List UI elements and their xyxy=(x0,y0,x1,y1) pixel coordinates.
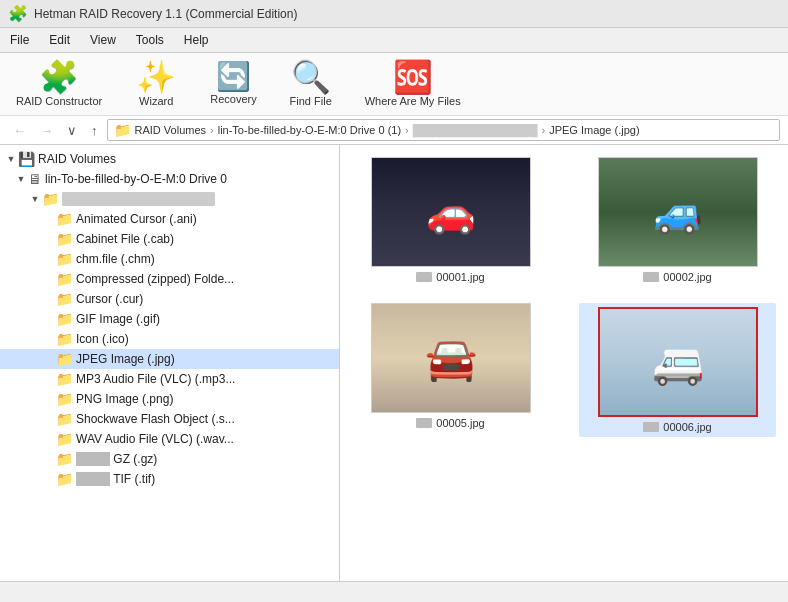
recovery-label: Recovery xyxy=(210,93,256,105)
raid-constructor-button[interactable]: 🧩 RAID Constructor xyxy=(8,57,110,111)
thumbnail-label-row-5: 00005.jpg xyxy=(416,417,484,429)
menu-view[interactable]: View xyxy=(80,30,126,50)
thumbnail-filename-6: 00006.jpg xyxy=(663,421,711,433)
thumbnail-label-row-2: 00002.jpg xyxy=(643,271,711,283)
thumbnail-grid: 00001.jpg 00002.jpg xyxy=(352,157,776,437)
tree-label: Shockwave Flash Object (.s... xyxy=(76,412,235,426)
tree-item-chm-file[interactable]: 📁 chm.file (.chm) xyxy=(0,249,339,269)
tree-item-tif[interactable]: 📁 ████ TIF (.tif) xyxy=(0,469,339,489)
tree-label: Icon (.ico) xyxy=(76,332,129,346)
tree-label: Cabinet File (.cab) xyxy=(76,232,174,246)
thumbnail-item-6[interactable]: 00006.jpg xyxy=(579,303,776,437)
nav-up-button[interactable]: ↑ xyxy=(86,121,103,140)
tree-item-mp3-audio[interactable]: 📁 MP3 Audio File (VLC) (.mp3... xyxy=(0,369,339,389)
menubar: File Edit View Tools Help xyxy=(0,28,788,53)
menu-help[interactable]: Help xyxy=(174,30,219,50)
nav-dropdown-button[interactable]: ∨ xyxy=(62,121,82,140)
nav-forward-button[interactable]: → xyxy=(35,121,58,140)
raid-constructor-label: RAID Constructor xyxy=(16,95,102,107)
folder-icon: 📁 xyxy=(56,231,73,247)
folder-icon: 📁 xyxy=(56,311,73,327)
tree-label: GIF Image (.gif) xyxy=(76,312,160,326)
path-segment-2: lin-To-be-filled-by-O-E-M:0 Drive 0 (1) xyxy=(218,124,401,136)
nav-back-button[interactable]: ← xyxy=(8,121,31,140)
thumbnail-item-2[interactable]: 00002.jpg xyxy=(579,157,776,283)
file-icon-5 xyxy=(416,418,432,428)
tree-item-compressed-zipped[interactable]: 📁 Compressed (zipped) Folde... xyxy=(0,269,339,289)
where-are-my-files-button[interactable]: 🆘 Where Are My Files xyxy=(357,57,469,111)
folder-icon: 📁 xyxy=(56,211,73,227)
find-file-label: Find File xyxy=(290,95,332,107)
title-text: Hetman RAID Recovery 1.1 (Commercial Edi… xyxy=(34,7,297,21)
folder-icon: 📁 xyxy=(42,191,59,207)
folder-icon: 📁 xyxy=(56,331,73,347)
find-file-button[interactable]: 🔍 Find File xyxy=(281,57,341,111)
thumbnail-label-row-6: 00006.jpg xyxy=(643,421,711,433)
thumbnail-filename-1: 00001.jpg xyxy=(436,271,484,283)
tree-item-png-image[interactable]: 📁 PNG Image (.png) xyxy=(0,389,339,409)
folder-icon: 📁 xyxy=(56,431,73,447)
tree-item-gif-image[interactable]: 📁 GIF Image (.gif) xyxy=(0,309,339,329)
file-icon-1 xyxy=(416,272,432,282)
path-segment-4: JPEG Image (.jpg) xyxy=(549,124,639,136)
tree-item-jpeg-image[interactable]: 📁 JPEG Image (.jpg) xyxy=(0,349,339,369)
thumbnail-item-5[interactable]: 00005.jpg xyxy=(352,303,549,437)
thumbnail-img-5 xyxy=(371,303,531,413)
thumbnail-filename-5: 00005.jpg xyxy=(436,417,484,429)
wizard-button[interactable]: ✨ Wizard xyxy=(126,57,186,111)
address-path[interactable]: 📁 RAID Volumes › lin-To-be-filled-by-O-E… xyxy=(107,119,781,141)
recovery-icon: 🔄 xyxy=(216,63,251,91)
drive-icon: 🖥 xyxy=(28,171,42,187)
folder-icon: 📁 xyxy=(56,371,73,387)
car-image-5 xyxy=(372,304,530,412)
where-are-my-files-label: Where Are My Files xyxy=(365,95,461,107)
folder-icon: 📁 xyxy=(56,451,73,467)
tree-label: MP3 Audio File (VLC) (.mp3... xyxy=(76,372,235,386)
tree-item-wav-audio[interactable]: 📁 WAV Audio File (VLC) (.wav... xyxy=(0,429,339,449)
folder-icon: 📁 xyxy=(56,411,73,427)
expand-icon[interactable]: ▼ xyxy=(4,154,18,164)
tree-label: lin-To-be-filled-by-O-E-M:0 Drive 0 xyxy=(45,172,227,186)
tree-label: Cursor (.cur) xyxy=(76,292,143,306)
car-image-2 xyxy=(599,158,757,266)
file-icon-2 xyxy=(643,272,659,282)
folder-icon: 📁 xyxy=(56,291,73,307)
tree-item-animated-cursor[interactable]: 📁 Animated Cursor (.ani) xyxy=(0,209,339,229)
recovery-button[interactable]: 🔄 Recovery xyxy=(202,59,264,109)
tree-label: chm.file (.chm) xyxy=(76,252,155,266)
tree-label: ████ GZ (.gz) xyxy=(76,452,157,466)
expand-icon[interactable]: ▼ xyxy=(14,174,28,184)
tree-item-gz[interactable]: 📁 ████ GZ (.gz) xyxy=(0,449,339,469)
tree-item-icon[interactable]: 📁 Icon (.ico) xyxy=(0,329,339,349)
tree-item-partition[interactable]: ▼ 📁 ██████████████████ xyxy=(0,189,339,209)
main-area: ▼ 💾 RAID Volumes ▼ 🖥 lin-To-be-filled-by… xyxy=(0,145,788,581)
menu-file[interactable]: File xyxy=(0,30,39,50)
tree-item-raid-volumes[interactable]: ▼ 💾 RAID Volumes xyxy=(0,149,339,169)
expand-icon[interactable]: ▼ xyxy=(28,194,42,204)
tree-item-cabinet-file[interactable]: 📁 Cabinet File (.cab) xyxy=(0,229,339,249)
drive-icon: 💾 xyxy=(18,151,35,167)
folder-icon: 📁 xyxy=(56,271,73,287)
app-icon: 🧩 xyxy=(8,4,28,23)
content-panel: 00001.jpg 00002.jpg xyxy=(340,145,788,581)
titlebar: 🧩 Hetman RAID Recovery 1.1 (Commercial E… xyxy=(0,0,788,28)
tree-item-cursor[interactable]: 📁 Cursor (.cur) xyxy=(0,289,339,309)
tree-item-shockwave-flash[interactable]: 📁 Shockwave Flash Object (.s... xyxy=(0,409,339,429)
tree-item-drive0[interactable]: ▼ 🖥 lin-To-be-filled-by-O-E-M:0 Drive 0 xyxy=(0,169,339,189)
thumbnail-item-1[interactable]: 00001.jpg xyxy=(352,157,549,283)
folder-icon: 📁 xyxy=(56,251,73,267)
thumbnail-img-6 xyxy=(598,307,758,417)
where-are-my-files-icon: 🆘 xyxy=(393,61,433,93)
menu-tools[interactable]: Tools xyxy=(126,30,174,50)
toolbar: 🧩 RAID Constructor ✨ Wizard 🔄 Recovery 🔍… xyxy=(0,53,788,116)
thumbnail-filename-2: 00002.jpg xyxy=(663,271,711,283)
thumbnail-img-1 xyxy=(371,157,531,267)
thumbnail-label-row-1: 00001.jpg xyxy=(416,271,484,283)
folder-icon: 📁 xyxy=(56,471,73,487)
thumbnail-img-2 xyxy=(598,157,758,267)
path-segment-1: RAID Volumes xyxy=(135,124,207,136)
find-file-icon: 🔍 xyxy=(291,61,331,93)
menu-edit[interactable]: Edit xyxy=(39,30,80,50)
wizard-label: Wizard xyxy=(139,95,173,107)
car-image-1 xyxy=(372,158,530,266)
